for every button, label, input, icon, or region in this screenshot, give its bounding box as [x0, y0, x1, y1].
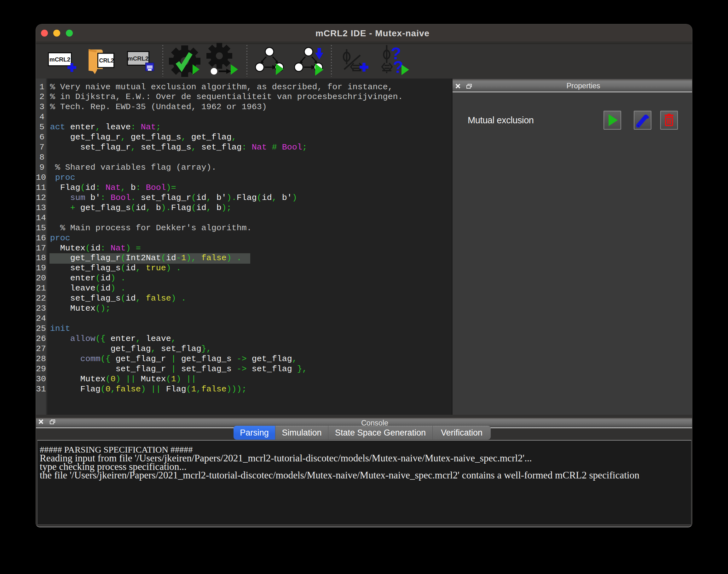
svg-text:CRL2: CRL2 [99, 57, 114, 64]
svg-text:mCRL2: mCRL2 [128, 55, 149, 62]
svg-text:mCRL2: mCRL2 [49, 56, 71, 63]
